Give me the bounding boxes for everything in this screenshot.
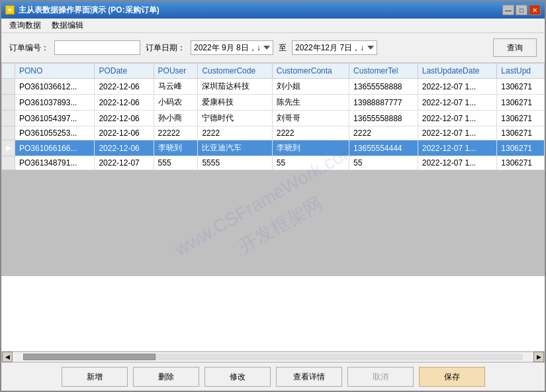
menu-item-query[interactable]: 查询数据 bbox=[4, 19, 46, 32]
table-row[interactable]: PO361037893...2022-12-06小码农爱康科技陈先生139888… bbox=[2, 95, 545, 111]
cell-podate: 2022-12-06 bbox=[95, 111, 154, 126]
table-container[interactable]: PONO PODate POUser CustomerCode Customer… bbox=[1, 63, 545, 352]
cell-lastupd: 1306271 bbox=[497, 140, 545, 156]
title-bar: ★ 主从表数据操作界面演示 (PO:采购订单) — □ ✕ bbox=[1, 1, 545, 19]
horizontal-scrollbar[interactable]: ◀ ▶ bbox=[1, 352, 545, 362]
scroll-right-arrow[interactable]: ▶ bbox=[533, 352, 544, 362]
col-header-pono: PONO bbox=[15, 64, 95, 79]
cell-pouser: 李晓到 bbox=[154, 140, 198, 156]
window-icon: ★ bbox=[5, 5, 15, 15]
menu-bar: 查询数据 数据编辑 bbox=[1, 19, 545, 33]
cell-lastupd: 1306271 bbox=[497, 95, 545, 111]
cell-podate: 2022-12-06 bbox=[95, 79, 154, 95]
date-start-select[interactable]: 2022年 9月 8日，↓ bbox=[191, 40, 273, 55]
cancel-button[interactable]: 取消 bbox=[347, 367, 414, 387]
cell-indicator bbox=[2, 156, 15, 170]
toolbar: 订单编号： 订单日期： 2022年 9月 8日，↓ 至 2022年12月 7日，… bbox=[1, 33, 545, 63]
cell-lastupdatedate: 2022-12-07 1... bbox=[418, 156, 497, 170]
cell-customertel: 55 bbox=[349, 156, 418, 170]
cell-pouser: 22222 bbox=[154, 126, 198, 140]
order-no-input[interactable] bbox=[54, 40, 140, 55]
edit-button[interactable]: 修改 bbox=[205, 367, 271, 387]
maximize-button[interactable]: □ bbox=[516, 5, 527, 15]
scroll-thumb[interactable] bbox=[23, 354, 156, 360]
add-button[interactable]: 新增 bbox=[62, 367, 128, 387]
menu-item-edit[interactable]: 数据编辑 bbox=[46, 19, 89, 32]
table-row[interactable]: PO361054397...2022-12-06孙小商宁德时代刘哥哥136555… bbox=[2, 111, 545, 126]
minimize-button[interactable]: — bbox=[502, 5, 514, 15]
cell-customercode: 深圳茄达科技 bbox=[198, 79, 272, 95]
col-header-lastupdatedate: LastUpdateDate bbox=[418, 64, 497, 79]
table-row[interactable]: PO361055253...2022-12-062222222222222222… bbox=[2, 126, 545, 140]
cell-customerconta: 2222 bbox=[272, 126, 349, 140]
col-header-customertel: CustomerTel bbox=[349, 64, 418, 79]
cell-customerconta: 55 bbox=[272, 156, 349, 170]
view-detail-button[interactable]: 查看详情 bbox=[276, 367, 342, 387]
order-no-label: 订单编号： bbox=[9, 42, 49, 54]
cell-indicator bbox=[2, 126, 15, 140]
date-end-select[interactable]: 2022年12月 7日，↓ bbox=[292, 40, 377, 55]
cell-pono: PO361036612... bbox=[15, 79, 95, 95]
table-row[interactable]: PO361348791...2022-12-07555555555552022-… bbox=[2, 156, 545, 170]
cell-pono: PO361037893... bbox=[15, 95, 95, 111]
cell-customercode: 爱康科技 bbox=[198, 95, 272, 111]
col-header-lastupd: LastUpd bbox=[497, 64, 545, 79]
cell-podate: 2022-12-07 bbox=[95, 156, 154, 170]
cell-lastupd: 1306271 bbox=[497, 156, 545, 170]
cell-podate: 2022-12-06 bbox=[95, 140, 154, 156]
cell-customercode: 5555 bbox=[198, 156, 272, 170]
cell-pono: PO361055253... bbox=[15, 126, 95, 140]
col-header-indicator bbox=[2, 64, 15, 79]
cell-podate: 2022-12-06 bbox=[95, 126, 154, 140]
cell-pono: PO361348791... bbox=[15, 156, 95, 170]
cell-pouser: 555 bbox=[154, 156, 198, 170]
cell-pouser: 孙小商 bbox=[154, 111, 198, 126]
scroll-track[interactable] bbox=[23, 354, 523, 360]
title-buttons: — □ ✕ bbox=[502, 5, 541, 15]
cell-lastupd: 1306271 bbox=[497, 126, 545, 140]
cell-lastupd: 1306271 bbox=[497, 111, 545, 126]
cell-customertel: 13655554444 bbox=[349, 140, 418, 156]
cell-lastupdatedate: 2022-12-07 1... bbox=[418, 140, 497, 156]
to-label: 至 bbox=[279, 42, 287, 54]
cell-customercode: 比亚迪汽车 bbox=[198, 140, 272, 156]
cell-customerconta: 陈先生 bbox=[272, 95, 349, 111]
cell-lastupdatedate: 2022-12-07 1... bbox=[418, 79, 497, 95]
table-row[interactable]: ▶PO361066166...2022-12-06李晓到比亚迪汽车李晓到1365… bbox=[2, 140, 545, 156]
main-window: ★ 主从表数据操作界面演示 (PO:采购订单) — □ ✕ 查询数据 数据编辑 … bbox=[0, 0, 546, 392]
col-header-podate: PODate bbox=[95, 64, 154, 79]
cell-lastupdatedate: 2022-12-07 1... bbox=[418, 126, 497, 140]
cell-indicator bbox=[2, 79, 15, 95]
cell-indicator bbox=[2, 111, 15, 126]
cell-pono: PO361066166... bbox=[15, 140, 95, 156]
cell-lastupdatedate: 2022-12-07 1... bbox=[418, 111, 497, 126]
query-button[interactable]: 查询 bbox=[493, 38, 537, 57]
order-date-label: 订单日期： bbox=[146, 42, 185, 54]
cell-customertel: 13655558888 bbox=[349, 111, 418, 126]
col-header-customerconta: CustomerConta bbox=[272, 64, 349, 79]
scroll-left-arrow[interactable]: ◀ bbox=[2, 352, 13, 362]
cell-indicator bbox=[2, 95, 15, 111]
bottom-toolbar: 新增 删除 修改 查看详情 取消 保存 bbox=[1, 362, 545, 391]
content-area: www.CSFrameWork.com 开发框架网 PONO PODate PO… bbox=[1, 63, 545, 362]
close-button[interactable]: ✕ bbox=[529, 5, 541, 15]
col-header-pouser: POUser bbox=[154, 64, 198, 79]
cell-customertel: 13988887777 bbox=[349, 95, 418, 111]
cell-pouser: 小码农 bbox=[154, 95, 198, 111]
data-table: PONO PODate POUser CustomerCode Customer… bbox=[1, 63, 545, 170]
window-title: 主从表数据操作界面演示 (PO:采购订单) bbox=[19, 5, 159, 16]
col-header-customercode: CustomerCode bbox=[198, 64, 272, 79]
cell-pouser: 马云峰 bbox=[154, 79, 198, 95]
title-bar-left: ★ 主从表数据操作界面演示 (PO:采购订单) bbox=[5, 5, 159, 16]
cell-customertel: 2222 bbox=[349, 126, 418, 140]
cell-indicator: ▶ bbox=[2, 140, 15, 156]
cell-customerconta: 刘小姐 bbox=[272, 79, 349, 95]
table-row[interactable]: PO361036612...2022-12-06马云峰深圳茄达科技刘小姐1365… bbox=[2, 79, 545, 95]
delete-button[interactable]: 删除 bbox=[133, 367, 199, 387]
cell-pono: PO361054397... bbox=[15, 111, 95, 126]
cell-customercode: 2222 bbox=[198, 126, 272, 140]
empty-area bbox=[1, 170, 545, 276]
cell-customerconta: 刘哥哥 bbox=[272, 111, 349, 126]
cell-customercode: 宁德时代 bbox=[198, 111, 272, 126]
save-button[interactable]: 保存 bbox=[419, 367, 485, 387]
